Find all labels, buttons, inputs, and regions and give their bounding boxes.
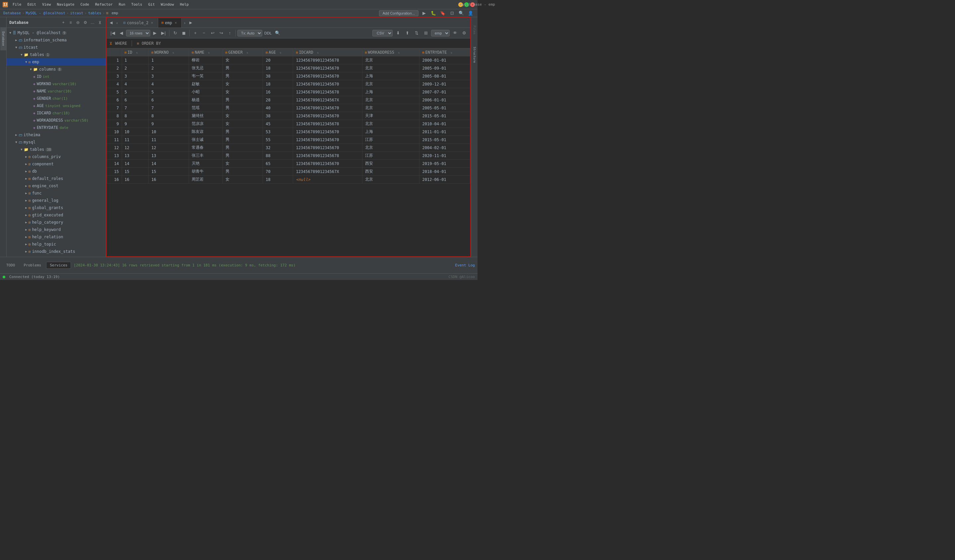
cell-entrydate[interactable]: 2000-01-01 bbox=[420, 56, 470, 64]
cell-entrydate[interactable]: 2009-12-01 bbox=[420, 80, 470, 88]
stop-button[interactable]: ◼ bbox=[180, 29, 188, 37]
cell-idcard[interactable]: 123456789012345670 bbox=[293, 112, 362, 120]
col-header-entrydate[interactable]: ⊞ENTRYDATE ⇅ bbox=[420, 49, 470, 56]
cell-age[interactable]: 40 bbox=[263, 104, 293, 112]
cell-gender[interactable]: 女 bbox=[222, 120, 263, 128]
cell-gender[interactable]: 男 bbox=[222, 72, 263, 80]
table-settings-button[interactable]: ⚙ bbox=[460, 29, 468, 37]
tx-selector[interactable]: Tx: Auto bbox=[237, 30, 262, 36]
cell-workaddress[interactable]: 北京 bbox=[362, 120, 420, 128]
cell-name[interactable]: 灭绝 bbox=[189, 160, 222, 168]
run-button[interactable]: ▶ bbox=[421, 9, 428, 17]
cell-name[interactable]: 黛绮丝 bbox=[189, 112, 222, 120]
first-page-button[interactable]: |◀ bbox=[109, 29, 117, 37]
refresh-button[interactable]: ↻ bbox=[171, 29, 179, 37]
cell-workaddress[interactable]: 北京 bbox=[362, 104, 420, 112]
cell-idcard[interactable]: 123456789012345670 bbox=[293, 144, 362, 152]
tab-nav-forward[interactable]: ▶ bbox=[188, 20, 194, 26]
cell-workaddress[interactable]: 北京 bbox=[362, 144, 420, 152]
cell-name[interactable]: 小昭 bbox=[189, 88, 222, 96]
cell-entrydate[interactable]: 2005-09-01 bbox=[420, 64, 470, 72]
cell-workno[interactable]: 13 bbox=[149, 152, 189, 160]
cell-entrydate[interactable]: 2011-01-01 bbox=[420, 128, 470, 136]
next-page-button[interactable]: ▶ bbox=[151, 29, 159, 37]
collapse-all-button[interactable]: ⊖ bbox=[75, 19, 81, 26]
cell-entrydate[interactable]: 2012-06-01 bbox=[420, 176, 470, 184]
tab-console2[interactable]: ⊡ console_2 ✕ bbox=[120, 18, 158, 28]
cell-age[interactable]: 38 bbox=[263, 112, 293, 120]
table-row[interactable]: 101010陈友谅男53123456789012345670上海2011-01-… bbox=[107, 128, 470, 136]
cell-gender[interactable]: 女 bbox=[222, 160, 263, 168]
event-log-link[interactable]: Event Log bbox=[455, 263, 475, 267]
cell-id[interactable]: 9 bbox=[122, 120, 149, 128]
breadcrumb-mysql[interactable]: MySQL - @localhost bbox=[26, 11, 65, 15]
new-connection-button[interactable]: + bbox=[60, 19, 67, 26]
tab-nav-next[interactable]: › bbox=[182, 20, 188, 26]
breadcrumb-tables[interactable]: tables bbox=[88, 11, 102, 15]
cell-age[interactable]: 18 bbox=[263, 80, 293, 88]
tab-nav-back[interactable]: ◀ bbox=[108, 20, 114, 26]
cell-entrydate[interactable]: 2015-05-01 bbox=[420, 112, 470, 120]
tree-mysql-tables[interactable]: ▼ 📁 tables 38 bbox=[7, 146, 106, 153]
delete-row-button[interactable]: − bbox=[200, 29, 208, 37]
cell-workno[interactable]: 16 bbox=[149, 176, 189, 184]
cell-name[interactable]: 胡青牛 bbox=[189, 168, 222, 176]
cell-age[interactable]: 32 bbox=[263, 144, 293, 152]
col-header-gender[interactable]: ⊞GENDER ⇅ bbox=[222, 49, 263, 56]
cell-age[interactable]: 16 bbox=[263, 88, 293, 96]
cell-entrydate[interactable]: 2005-08-01 bbox=[420, 72, 470, 80]
tree-col-id[interactable]: ◈ ID int bbox=[7, 73, 106, 80]
table-row[interactable]: 888黛绮丝女38123456789012345670天津2015-05-01 bbox=[107, 112, 470, 120]
tab-emp[interactable]: ⊞ emp ✕ bbox=[158, 18, 182, 28]
col-header-workaddress[interactable]: ⊞WORKADDRESS ⇅ bbox=[362, 49, 420, 56]
export-button[interactable]: ⬇ bbox=[394, 29, 402, 37]
tab-services[interactable]: Services bbox=[46, 262, 71, 269]
table-row[interactable]: 333韦一笑男38123456789012345670上海2005-08-01 bbox=[107, 72, 470, 80]
tree-col-name[interactable]: ◈ NAME varchar(10) bbox=[7, 87, 106, 95]
cell-idcard[interactable]: 123456789012345670 bbox=[293, 160, 362, 168]
cell-gender[interactable]: 女 bbox=[222, 80, 263, 88]
cell-gender[interactable]: 男 bbox=[222, 64, 263, 72]
redo-button[interactable]: ↪ bbox=[217, 29, 225, 37]
cell-id[interactable]: 12 bbox=[122, 144, 149, 152]
cell-gender[interactable]: 女 bbox=[222, 88, 263, 96]
export-format-selector[interactable]: CSV bbox=[373, 30, 393, 36]
cell-entrydate[interactable]: 2015-05-01 bbox=[420, 136, 470, 144]
cell-gender[interactable]: 女 bbox=[222, 56, 263, 64]
tree-mysql[interactable]: ▼ 🗃 mysql bbox=[7, 139, 106, 146]
col-header-workno[interactable]: ⊞WORKNO ⇅ bbox=[149, 49, 189, 56]
cell-idcard[interactable]: 12345678901234567X bbox=[293, 168, 362, 176]
cell-idcard[interactable]: 123456789012345670 bbox=[293, 64, 362, 72]
col-header-name[interactable]: ⊞NAME ⇅ bbox=[189, 49, 222, 56]
col-header-age[interactable]: ⊞AGE ⇅ bbox=[263, 49, 293, 56]
tree-col-idcard[interactable]: ◈ IDCARD char(18) bbox=[7, 109, 106, 117]
table-row[interactable]: 161616周芷若女18<null>北京2012-06-01 bbox=[107, 176, 470, 184]
cell-workaddress[interactable]: 上海 bbox=[362, 88, 420, 96]
cell-workno[interactable]: 3 bbox=[149, 72, 189, 80]
menu-run[interactable]: Run bbox=[116, 2, 128, 7]
tree-itheima[interactable]: ▶ 🗃 itheima bbox=[7, 131, 106, 139]
tree-help-keyword[interactable]: ▶ ⊞ help_keyword bbox=[7, 226, 106, 233]
cell-age[interactable]: 45 bbox=[263, 120, 293, 128]
tree-col-age[interactable]: ◈ AGE tinyint unsigned bbox=[7, 102, 106, 109]
menu-view[interactable]: View bbox=[39, 2, 54, 7]
cell-gender[interactable]: 男 bbox=[222, 136, 263, 144]
more-button[interactable]: … bbox=[89, 19, 96, 26]
tree-col-gender[interactable]: ◈ GENDER char(1) bbox=[7, 95, 106, 102]
cell-idcard[interactable]: 123456789012345678 bbox=[293, 120, 362, 128]
cell-workaddress[interactable]: 北京 bbox=[362, 56, 420, 64]
cell-idcard[interactable]: 123456789012345670 bbox=[293, 72, 362, 80]
cell-idcard[interactable]: 123456789012345670 bbox=[293, 128, 362, 136]
tree-general-log[interactable]: ▶ ⊞ general_log bbox=[7, 197, 106, 204]
cell-gender[interactable]: 男 bbox=[222, 168, 263, 176]
funnel-button[interactable]: ⊻ bbox=[97, 19, 103, 26]
cell-workno[interactable]: 4 bbox=[149, 80, 189, 88]
cell-gender[interactable]: 男 bbox=[222, 128, 263, 136]
tab-todo[interactable]: TODO bbox=[3, 262, 19, 269]
cell-idcard[interactable]: <null> bbox=[293, 176, 362, 184]
last-page-button[interactable]: ▶| bbox=[160, 29, 168, 37]
cell-idcard[interactable]: 123456789012345678 bbox=[293, 88, 362, 96]
add-row-button[interactable]: + bbox=[191, 29, 199, 37]
cell-id[interactable]: 14 bbox=[122, 160, 149, 168]
cell-id[interactable]: 5 bbox=[122, 88, 149, 96]
